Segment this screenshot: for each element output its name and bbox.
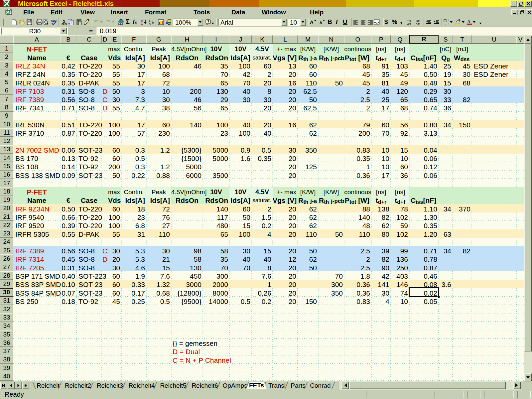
- svg-text:.00: .00: [416, 19, 420, 22]
- svg-text:a: a: [376, 21, 377, 24]
- svg-text:.00: .00: [407, 22, 411, 25]
- svg-text:A: A: [310, 19, 314, 25]
- svg-text:A: A: [166, 21, 168, 25]
- svg-text:+.0: +.0: [407, 19, 411, 22]
- svg-text:Z: Z: [141, 22, 143, 25]
- svg-text:+.0: +.0: [416, 22, 420, 25]
- svg-text:?: ?: [207, 20, 209, 24]
- svg-text:A: A: [320, 21, 322, 25]
- svg-text:A: A: [149, 22, 151, 25]
